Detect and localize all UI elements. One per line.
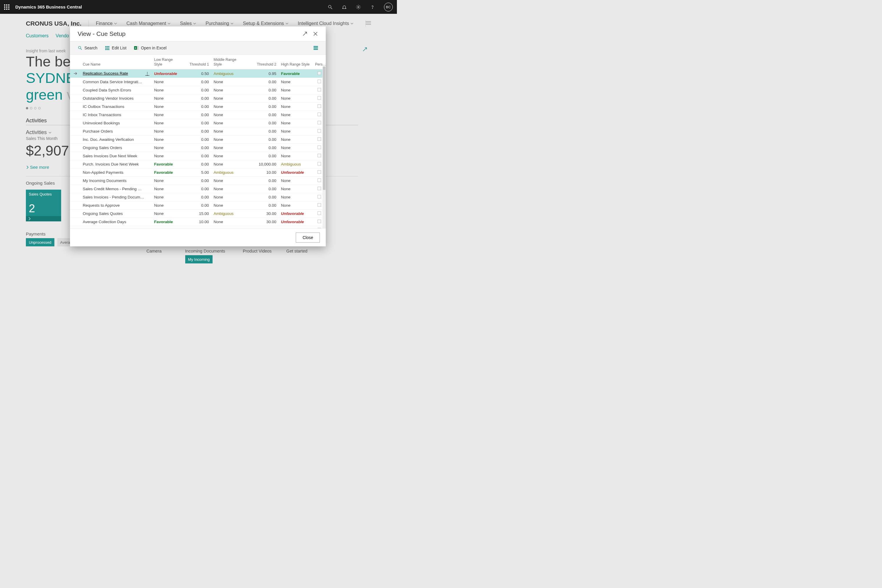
svg-rect-26 bbox=[314, 48, 318, 48]
dialog-title: View - Cue Setup bbox=[78, 30, 126, 38]
svg-rect-25 bbox=[314, 46, 318, 47]
close-dialog-icon[interactable] bbox=[313, 31, 318, 36]
subnav-link[interactable]: Vendo bbox=[56, 33, 69, 39]
global-topbar: Dynamics 365 Business Central BC bbox=[0, 0, 397, 14]
expand-dialog-icon[interactable] bbox=[302, 31, 308, 36]
svg-rect-12 bbox=[107, 46, 108, 47]
product-title: Dynamics 365 Business Central bbox=[15, 4, 82, 9]
topnav-item[interactable]: Intelligent Cloud Insights bbox=[298, 21, 353, 26]
col-mid-range[interactable]: Middle Range Style bbox=[212, 55, 247, 69]
svg-rect-19 bbox=[108, 49, 110, 50]
table-row[interactable]: My Incoming DocumentsNone0.00None0.00Non… bbox=[70, 177, 326, 185]
table-row[interactable]: Common Data Service Integrati…None0.00No… bbox=[70, 78, 326, 86]
topnav-item[interactable]: Setup & Extensions bbox=[243, 21, 288, 26]
table-row[interactable]: Sales Credit Memos - Pending …None0.00No… bbox=[70, 185, 326, 193]
table-row[interactable]: Overdue Sales Invoice AmountFavorable100… bbox=[70, 226, 326, 228]
get-started-heading: Get started bbox=[286, 249, 308, 254]
product-videos-heading: Product Videos bbox=[243, 249, 272, 254]
table-row[interactable]: Inc. Doc. Awaiting VerficationNone0.00No… bbox=[70, 135, 326, 144]
personalized-checkbox[interactable] bbox=[318, 96, 321, 100]
overflow-menu-icon[interactable] bbox=[366, 21, 371, 26]
personalized-checkbox[interactable] bbox=[318, 220, 321, 223]
search-icon[interactable] bbox=[327, 4, 333, 10]
svg-line-10 bbox=[81, 48, 82, 50]
topnav-item[interactable]: Finance bbox=[96, 21, 117, 26]
expand-page-icon[interactable] bbox=[362, 47, 368, 52]
topnav-item[interactable]: Cash Management bbox=[126, 21, 171, 26]
svg-rect-11 bbox=[105, 46, 106, 47]
personalized-checkbox[interactable] bbox=[318, 72, 321, 75]
svg-rect-23 bbox=[137, 47, 139, 48]
table-row[interactable]: Purch. Invoices Due Next WeekFavorable0.… bbox=[70, 160, 326, 168]
personalized-checkbox[interactable] bbox=[318, 178, 321, 182]
search-action[interactable]: Search bbox=[78, 46, 98, 50]
company-name[interactable]: CRONUS USA, Inc. bbox=[26, 20, 88, 27]
topnav-item[interactable]: Purchasing bbox=[206, 21, 233, 26]
user-avatar[interactable]: BC bbox=[384, 3, 393, 12]
personalized-checkbox[interactable] bbox=[318, 80, 321, 83]
subnav-link[interactable]: Customers bbox=[26, 33, 48, 39]
app-launcher-icon[interactable] bbox=[4, 4, 9, 10]
dialog-toolbar: Search Edit List X Open in Excel bbox=[70, 41, 326, 55]
top-nav: FinanceCash ManagementSalesPurchasingSet… bbox=[89, 21, 366, 26]
svg-rect-27 bbox=[314, 49, 318, 50]
table-row[interactable]: Replication Success Rate⋮Unfavorable0.50… bbox=[70, 69, 326, 78]
table-row[interactable]: Purchase OrdersNone0.00None0.00None bbox=[70, 127, 326, 135]
col-threshold-1[interactable]: Threshold 1 bbox=[182, 55, 211, 69]
table-row[interactable]: Coupled Data Synch ErrorsNone0.00None0.0… bbox=[70, 86, 326, 94]
svg-text:X: X bbox=[135, 47, 137, 50]
col-cue-name[interactable]: Cue Name bbox=[81, 55, 152, 69]
col-high-range[interactable]: High Range Style bbox=[279, 55, 313, 69]
personalized-checkbox[interactable] bbox=[318, 162, 321, 165]
table-row[interactable]: Uninvoiced BookingsNone0.00None0.00None bbox=[70, 119, 326, 127]
table-row[interactable]: Ongoing Sales QuotesNone15.00Ambiguous30… bbox=[70, 210, 326, 218]
svg-rect-24 bbox=[137, 48, 139, 50]
table-row[interactable]: Non-Applied PaymentsFavorable5.00Ambiguo… bbox=[70, 168, 326, 177]
bell-icon[interactable] bbox=[342, 4, 347, 10]
personalized-checkbox[interactable] bbox=[318, 146, 321, 149]
cue-setup-dialog: View - Cue Setup Search Edit List X Open… bbox=[70, 27, 326, 246]
personalized-checkbox[interactable] bbox=[318, 112, 321, 116]
personalized-checkbox[interactable] bbox=[318, 88, 321, 92]
personalized-checkbox[interactable] bbox=[318, 187, 321, 190]
table-row[interactable]: Sales Invoices Due Next WeekNone0.00None… bbox=[70, 152, 326, 160]
table-row[interactable]: IC Outbox TransactionsNone0.00None0.00No… bbox=[70, 103, 326, 111]
list-view-icon[interactable] bbox=[314, 46, 318, 50]
personalized-checkbox[interactable] bbox=[318, 137, 321, 141]
personalized-checkbox[interactable] bbox=[318, 203, 321, 207]
svg-rect-22 bbox=[137, 46, 139, 47]
table-row[interactable]: Requests to ApproveNone0.00None0.00None bbox=[70, 201, 326, 210]
grid-scrollbar[interactable] bbox=[322, 66, 326, 228]
svg-point-2 bbox=[358, 6, 359, 8]
table-row[interactable]: IC Inbox TransactionsNone0.00None0.00Non… bbox=[70, 111, 326, 119]
col-low-range[interactable]: Low Range Style bbox=[152, 55, 182, 69]
svg-rect-13 bbox=[108, 46, 110, 47]
edit-list-action[interactable]: Edit List bbox=[105, 46, 126, 50]
col-threshold-2[interactable]: Threshold 2 bbox=[247, 55, 279, 69]
table-row[interactable]: Average Collection DaysFavorable10.00Non… bbox=[70, 218, 326, 226]
personalized-checkbox[interactable] bbox=[318, 212, 321, 215]
svg-rect-18 bbox=[107, 49, 108, 50]
table-row[interactable]: Ongoing Sales OrdersNone0.00None0.00None bbox=[70, 144, 326, 152]
personalized-checkbox[interactable] bbox=[318, 170, 321, 174]
table-row[interactable]: Sales Invoices - Pending Docum…None0.00N… bbox=[70, 193, 326, 201]
gear-icon[interactable] bbox=[356, 4, 361, 10]
incoming-docs-heading: Incoming Documents bbox=[185, 249, 225, 254]
personalized-checkbox[interactable] bbox=[318, 129, 321, 133]
personalized-checkbox[interactable] bbox=[318, 195, 321, 198]
my-incoming-chip[interactable]: My Incoming bbox=[185, 255, 213, 263]
open-in-excel-action[interactable]: X Open in Excel bbox=[134, 46, 166, 50]
personalized-checkbox[interactable] bbox=[318, 154, 321, 157]
close-button[interactable]: Close bbox=[296, 232, 320, 243]
cue-setup-grid[interactable]: Cue Name Low Range Style Threshold 1 Mid… bbox=[70, 55, 326, 228]
payment-chip[interactable]: Unprocessed bbox=[26, 238, 54, 246]
help-icon[interactable] bbox=[370, 4, 375, 10]
topnav-item[interactable]: Sales bbox=[180, 21, 196, 26]
svg-point-0 bbox=[328, 5, 331, 8]
table-row[interactable]: Outstanding Vendor InvoicesNone0.00None0… bbox=[70, 94, 326, 103]
svg-line-1 bbox=[331, 8, 332, 9]
personalized-checkbox[interactable] bbox=[318, 104, 321, 108]
tile-sales-quotes[interactable]: Sales Quotes 2 bbox=[26, 190, 61, 221]
svg-rect-14 bbox=[105, 48, 106, 48]
personalized-checkbox[interactable] bbox=[318, 121, 321, 124]
